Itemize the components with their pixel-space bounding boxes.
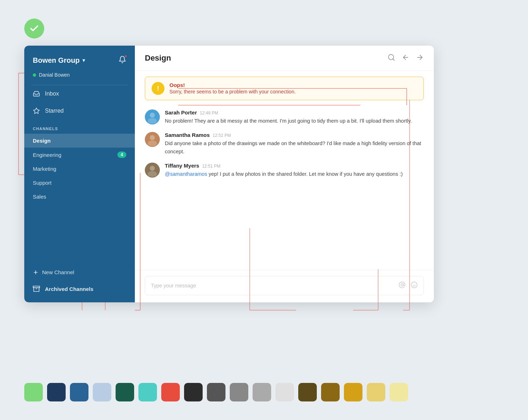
avatar	[145, 109, 160, 124]
message-author: Tiffany Myers	[165, 163, 199, 169]
sidebar-header: Bowen Group ▾	[24, 46, 135, 72]
swatch-light-gold[interactable]	[367, 383, 385, 401]
svg-point-13	[150, 135, 155, 140]
message-header: Tiffany Myers 12:51 PM	[165, 163, 403, 169]
message-text: Did anyone take a photo of the drawings …	[165, 139, 424, 155]
swatch-dark-green[interactable]	[116, 383, 134, 401]
message-text-after-mention: yep! I put a few photos in the shared fo…	[209, 171, 403, 177]
swatch-medium-gray[interactable]	[230, 383, 248, 401]
emoji-button[interactable]	[411, 281, 418, 290]
message-content: Tiffany Myers 12:51 PM @samantharamos ye…	[165, 163, 403, 178]
swatch-gold[interactable]	[344, 383, 362, 401]
svg-rect-3	[33, 286, 40, 288]
swatch-dark-brown[interactable]	[298, 383, 317, 401]
svg-point-18	[401, 284, 403, 286]
new-channel-button[interactable]: New Channel	[24, 264, 135, 280]
input-icons	[398, 281, 418, 290]
back-icon	[402, 53, 410, 61]
swatch-pale-yellow[interactable]	[390, 383, 408, 401]
message-time: 12:51 PM	[202, 164, 220, 169]
chat-header: Design	[135, 46, 434, 71]
message-text: No problem! They are a bit messy at the …	[165, 117, 412, 125]
search-icon	[387, 53, 395, 61]
svg-marker-0	[34, 108, 40, 114]
notification-dot	[124, 55, 127, 58]
message-item: Samantha Ramos 12:52 PM Did anyone take …	[145, 128, 424, 159]
swatch-black[interactable]	[184, 383, 203, 401]
swatch-light-blue[interactable]	[93, 383, 111, 401]
inbox-label: Inbox	[45, 91, 59, 97]
mention-button[interactable]	[398, 281, 406, 290]
channels-section-label: CHANNELS	[24, 119, 135, 134]
starred-label: Starred	[45, 108, 64, 114]
channel-item-support[interactable]: Support	[24, 176, 135, 190]
new-channel-label: New Channel	[42, 269, 74, 275]
sidebar-footer: New Channel Archived Channels	[24, 264, 135, 302]
swatch-green[interactable]	[24, 383, 43, 401]
svg-point-14	[148, 140, 157, 146]
message-author: Sarah Porter	[165, 109, 197, 116]
chat-area: Design	[135, 46, 434, 302]
archived-channels-label: Archived Channels	[45, 286, 93, 292]
svg-line-6	[393, 59, 394, 60]
swatch-very-light-gray[interactable]	[275, 383, 294, 401]
channel-title: Design	[145, 53, 171, 63]
channel-item-sales[interactable]: Sales	[24, 190, 135, 204]
success-check-icon	[24, 19, 44, 39]
message-item: Tiffany Myers 12:51 PM @samantharamos ye…	[145, 159, 424, 181]
engineering-badge: 4	[117, 152, 126, 158]
forward-icon	[416, 53, 424, 61]
user-status-row: Danial Bowen	[24, 72, 135, 85]
mention-link[interactable]: @samantharamos	[165, 171, 207, 177]
message-text: @samantharamos yep! I put a few photos i…	[165, 170, 403, 178]
swatch-blue[interactable]	[70, 383, 88, 401]
alert-banner: ! Oops! Sorry, there seems to be a probl…	[145, 77, 424, 100]
channel-item-marketing[interactable]: Marketing	[24, 162, 135, 176]
swatch-teal[interactable]	[138, 383, 157, 401]
alert-content: Oops! Sorry, there seems to be a problem…	[169, 82, 296, 94]
chevron-down-icon: ▾	[82, 57, 85, 63]
inbox-icon	[33, 90, 40, 97]
swatch-dark-gray[interactable]	[207, 383, 225, 401]
channel-item-design[interactable]: Design	[24, 134, 135, 148]
avatar	[145, 132, 160, 147]
swatch-red[interactable]	[161, 383, 180, 401]
channel-name-sales: Sales	[33, 194, 46, 200]
channel-name-engineering: Engineering	[33, 152, 61, 158]
workspace-label: Bowen Group	[33, 56, 80, 65]
sidebar-item-inbox[interactable]: Inbox	[24, 85, 135, 102]
messages-list: Sarah Porter 12:48 PM No problem! They a…	[135, 100, 434, 270]
svg-point-11	[148, 118, 157, 124]
archived-channels-button[interactable]: Archived Channels	[24, 280, 135, 302]
swatch-light-gray[interactable]	[253, 383, 271, 401]
sidebar-item-starred[interactable]: Starred	[24, 102, 135, 119]
username-label: Danial Bowen	[39, 72, 70, 78]
svg-point-17	[148, 171, 157, 177]
message-header: Sarah Porter 12:48 PM	[165, 109, 412, 116]
message-time: 12:48 PM	[200, 111, 218, 116]
message-time: 12:52 PM	[213, 133, 231, 138]
alert-subtitle: Sorry, there seems to be a problem with …	[169, 89, 296, 94]
channel-item-engineering[interactable]: Engineering 4	[24, 148, 135, 162]
tiffany-avatar-image	[145, 163, 160, 178]
search-button[interactable]	[387, 53, 395, 63]
svg-point-10	[150, 113, 155, 118]
message-content: Samantha Ramos 12:52 PM Did anyone take …	[165, 132, 424, 155]
at-icon	[398, 281, 406, 288]
message-item: Sarah Porter 12:48 PM No problem! They a…	[145, 106, 424, 128]
archive-icon	[33, 285, 40, 292]
notification-bell-button[interactable]	[118, 56, 126, 65]
main-window: Bowen Group ▾ Danial Bowen Inbox	[24, 46, 434, 302]
workspace-name[interactable]: Bowen Group ▾	[33, 56, 85, 65]
svg-point-16	[150, 166, 155, 171]
swatch-brown[interactable]	[321, 383, 340, 401]
sarah-avatar-image	[145, 109, 160, 124]
forward-button[interactable]	[416, 53, 424, 63]
swatch-dark-navy[interactable]	[47, 383, 66, 401]
message-input-placeholder: Type your message	[151, 283, 196, 288]
back-button[interactable]	[402, 53, 410, 63]
message-input-wrapper: Type your message	[145, 276, 424, 295]
plus-icon	[33, 270, 39, 275]
channel-name-marketing: Marketing	[33, 166, 56, 172]
online-status-dot	[33, 73, 36, 77]
